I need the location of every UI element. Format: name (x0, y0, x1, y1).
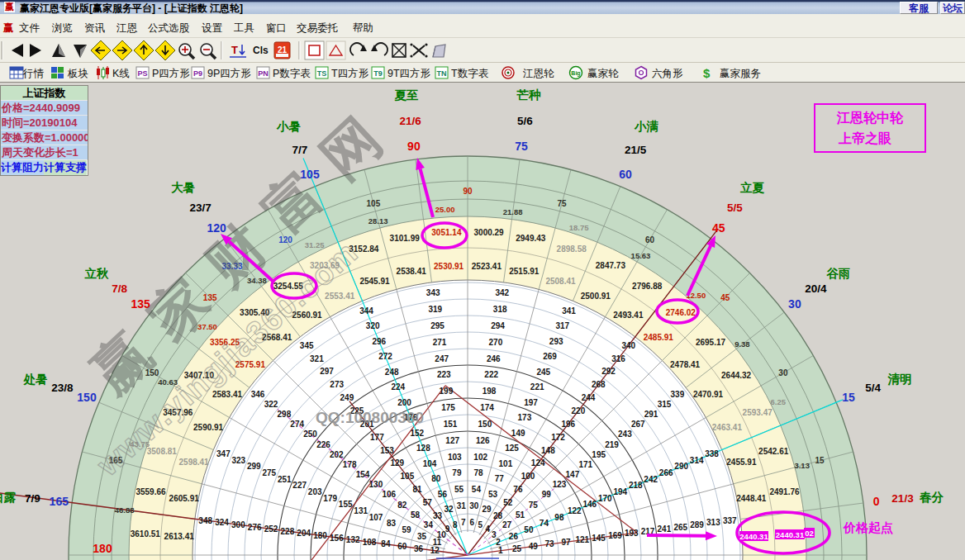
svg-text:江恩轮中轮: 江恩轮中轮 (836, 111, 904, 125)
svg-text:104: 104 (423, 459, 437, 468)
svg-text:51: 51 (516, 510, 525, 520)
svg-text:319: 319 (428, 305, 442, 314)
svg-text:175: 175 (441, 403, 455, 412)
svg-text:219: 219 (605, 440, 619, 449)
svg-text:321: 321 (310, 354, 324, 363)
svg-text:320: 320 (366, 321, 380, 330)
svg-text:3051.14: 3051.14 (431, 228, 462, 237)
svg-text:99: 99 (542, 490, 552, 499)
svg-text:6.25: 6.25 (771, 397, 787, 406)
svg-text:128: 128 (416, 444, 430, 453)
svg-text:246: 246 (487, 354, 501, 363)
svg-text:2440.31: 2440.31 (739, 532, 768, 541)
svg-text:60: 60 (397, 542, 407, 551)
svg-text:59: 59 (402, 525, 412, 534)
svg-text:269: 269 (543, 352, 557, 361)
svg-text:292: 292 (601, 367, 616, 376)
svg-text:2485.91: 2485.91 (644, 333, 674, 342)
svg-text:60: 60 (645, 235, 655, 244)
svg-text:126: 126 (476, 436, 490, 445)
svg-text:P9: P9 (193, 69, 202, 78)
svg-text:60: 60 (619, 168, 632, 181)
svg-text:9P四方形: 9P四方形 (207, 68, 251, 79)
svg-text:大暑: 大暑 (171, 181, 195, 194)
svg-text:26: 26 (509, 532, 519, 541)
svg-text:273: 273 (330, 380, 344, 389)
svg-text:3559.66: 3559.66 (135, 487, 166, 496)
svg-text:18.75: 18.75 (569, 223, 589, 232)
svg-text:33: 33 (433, 511, 443, 520)
svg-text:处暑: 处暑 (23, 373, 48, 386)
svg-text:131: 131 (354, 506, 368, 515)
svg-text:105: 105 (401, 472, 415, 481)
svg-text:35: 35 (417, 532, 427, 541)
svg-text:227: 227 (292, 481, 307, 490)
svg-text:21/5: 21/5 (625, 144, 647, 156)
svg-text:立夏: 立夏 (739, 181, 765, 194)
svg-text:268: 268 (592, 380, 606, 389)
svg-text:340: 340 (621, 341, 635, 350)
svg-text:125: 125 (505, 444, 519, 453)
svg-text:315: 315 (658, 400, 672, 409)
svg-text:90: 90 (407, 140, 421, 153)
svg-text:2590.91: 2590.91 (193, 423, 224, 432)
svg-text:289: 289 (690, 520, 704, 529)
svg-text:78: 78 (474, 468, 484, 477)
svg-text:180: 180 (313, 531, 327, 540)
svg-text:178: 178 (343, 460, 357, 469)
svg-text:小满: 小满 (634, 120, 659, 133)
svg-text:15: 15 (815, 456, 825, 465)
svg-text:30: 30 (778, 368, 788, 377)
svg-text:103: 103 (448, 453, 462, 462)
svg-text:290: 290 (674, 462, 688, 471)
svg-text:21: 21 (278, 45, 288, 55)
svg-text:198: 198 (483, 387, 497, 396)
svg-text:2796.88: 2796.88 (632, 282, 663, 291)
svg-text:228: 228 (281, 527, 295, 536)
svg-text:芒种: 芒种 (516, 88, 541, 102)
svg-text:2491.76: 2491.76 (769, 487, 800, 496)
svg-text:296: 296 (372, 337, 386, 346)
svg-text:339: 339 (671, 390, 685, 399)
svg-text:2448.41: 2448.41 (736, 494, 767, 503)
svg-text:193: 193 (625, 529, 639, 538)
svg-text:324: 324 (215, 518, 229, 527)
svg-text:29: 29 (482, 505, 492, 514)
svg-text:84: 84 (381, 539, 391, 548)
svg-text:295: 295 (430, 321, 444, 330)
svg-text:$: $ (703, 66, 711, 80)
svg-text:293: 293 (549, 337, 563, 346)
svg-text:Cls: Cls (253, 45, 269, 56)
svg-text:5/4: 5/4 (865, 382, 881, 394)
svg-text:2583.41: 2583.41 (212, 390, 243, 399)
svg-text:T四方形: T四方形 (331, 68, 369, 79)
svg-text:小暑: 小暑 (276, 120, 301, 133)
svg-text:122: 122 (568, 506, 582, 515)
svg-text:130: 130 (369, 480, 383, 489)
svg-text:28: 28 (493, 511, 503, 520)
svg-text:204: 204 (297, 529, 311, 538)
svg-text:3: 3 (492, 530, 497, 539)
svg-text:5/6: 5/6 (517, 115, 533, 127)
svg-text:2455.91: 2455.91 (726, 458, 757, 467)
svg-text:21.88: 21.88 (503, 207, 523, 216)
svg-text:242: 242 (644, 475, 658, 484)
svg-text:PS: PS (137, 69, 147, 78)
svg-text:25.00: 25.00 (435, 205, 455, 214)
svg-text:124: 124 (531, 458, 545, 467)
svg-text:2515.91: 2515.91 (509, 267, 540, 276)
svg-text:55: 55 (454, 485, 464, 494)
svg-text:江恩轮: 江恩轮 (523, 68, 554, 79)
svg-text:180: 180 (93, 542, 112, 555)
svg-text:K线: K线 (112, 68, 130, 79)
svg-text:T9: T9 (373, 69, 383, 78)
svg-text:345: 345 (300, 341, 314, 350)
svg-text:21/3: 21/3 (891, 492, 914, 505)
svg-text:97: 97 (561, 538, 571, 547)
svg-text:2746.02: 2746.02 (666, 308, 696, 317)
svg-text:132: 132 (346, 535, 360, 544)
svg-text:2542.61: 2542.61 (758, 447, 789, 456)
svg-text:QQ:100800360: QQ:100800360 (316, 409, 424, 426)
svg-text:297: 297 (320, 367, 334, 376)
svg-text:199: 199 (440, 387, 454, 396)
